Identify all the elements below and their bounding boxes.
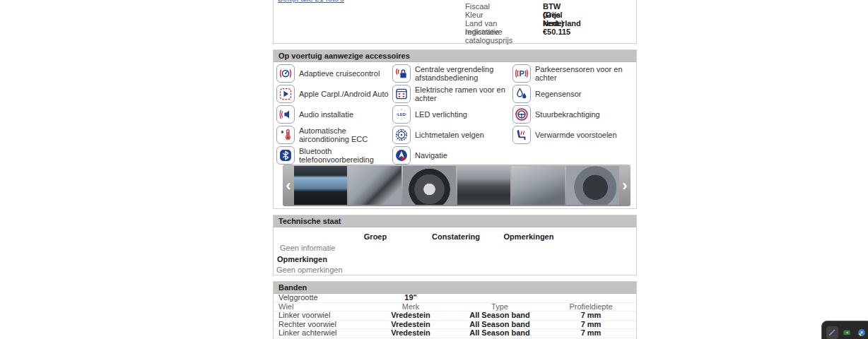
tyres-section: Banden Velggrootte 19" Wiel Merk Type Pr… bbox=[273, 281, 637, 339]
accessory-item: Verwarmde voorstoelen bbox=[512, 124, 633, 145]
technical-state-section: Technische staat Groep Constatering Opme… bbox=[273, 215, 637, 275]
detail-label: Kleur bbox=[465, 11, 483, 19]
vehicle-summary-section: Bekijk alle 21 foto's FiscaalBTW (Geel k… bbox=[273, 0, 637, 44]
tyres-col-wiel: Wiel bbox=[274, 303, 365, 311]
photo-thumbnail-door-panel[interactable] bbox=[512, 166, 565, 205]
accessory-item: Stuurbekrachtiging bbox=[512, 104, 633, 124]
photo-thumbnail-center-console-keys[interactable] bbox=[457, 166, 510, 205]
tyre-brand: Vredestein bbox=[365, 329, 457, 338]
detail-label: Indicatieve catalogusprijs bbox=[465, 28, 512, 44]
accessory-label: Navigatie bbox=[415, 151, 447, 160]
detail-value: €50.115 bbox=[543, 28, 570, 36]
accessory-item: Regensensor bbox=[512, 83, 633, 104]
heated-seats-icon bbox=[512, 126, 531, 144]
accessory-label: Parkeersensoren voor en achter bbox=[535, 65, 632, 82]
column-header-constatering: Constatering bbox=[432, 232, 480, 241]
accessory-item: Lichtmetalen velgen bbox=[392, 124, 512, 145]
photo-thumbnails bbox=[294, 166, 619, 205]
tyres-table: Velggrootte 19" Wiel Merk Type Profieldi… bbox=[274, 294, 636, 339]
alloy-wheels-icon bbox=[392, 126, 411, 144]
tyre-wheel: Rechter voorwiel bbox=[274, 321, 365, 329]
accessories-section-header: Op voertuig aanwezige accessoires bbox=[274, 50, 636, 62]
photo-thumbnail-steering-wheel[interactable] bbox=[566, 166, 619, 205]
tyres-col-merk: Merk bbox=[365, 303, 457, 311]
tyre-depth: 7 mm bbox=[543, 311, 639, 320]
accessory-label: Adaptieve cruisecontrol bbox=[299, 69, 380, 78]
column-header-groep: Groep bbox=[364, 232, 387, 241]
accessory-label: Apple Carpl./Android Auto bbox=[299, 90, 389, 98]
annotation-pen-icon[interactable] bbox=[826, 326, 838, 339]
accessory-item: Navigatie bbox=[392, 145, 512, 165]
tyre-brand: Vredestein bbox=[365, 311, 457, 320]
accessory-label: Automatische airconditioning ECC bbox=[299, 126, 391, 143]
accessory-item: Adaptieve cruisecontrol bbox=[276, 63, 392, 83]
photo-thumbnail-navigation-display[interactable] bbox=[294, 166, 347, 205]
carousel-next-button[interactable]: › bbox=[619, 165, 631, 206]
green-extension-icon[interactable] bbox=[841, 326, 853, 339]
overlay-toolbar bbox=[821, 321, 868, 339]
parking-sensors-icon: P bbox=[512, 64, 531, 83]
tyres-col-type: Type bbox=[457, 303, 543, 311]
rim-size-value: 19" bbox=[365, 294, 457, 302]
tyre-brand: Vredestein bbox=[365, 321, 457, 329]
bluetooth-icon bbox=[276, 146, 295, 165]
power-steering-icon bbox=[512, 105, 531, 124]
accessory-item: PParkeersensoren voor en achter bbox=[512, 63, 633, 83]
led-lighting-icon: LED bbox=[392, 105, 411, 124]
tyre-depth: 7 mm bbox=[543, 329, 639, 338]
view-all-photos-link[interactable]: Bekijk alle 21 foto's bbox=[278, 0, 344, 3]
accessory-item: LEDLED verlichting bbox=[392, 104, 512, 124]
accessory-label: Stuurbekrachtiging bbox=[535, 110, 600, 119]
rain-sensor-icon bbox=[512, 85, 531, 103]
carousel-prev-button[interactable]: ‹ bbox=[283, 165, 294, 206]
accessory-label: Regensensor bbox=[535, 90, 581, 98]
tyres-col-profieldiepte: Profieldiepte bbox=[543, 303, 639, 311]
accessory-label: Bluetooth telefoonvoorbereiding bbox=[299, 147, 391, 164]
accessory-label: Audio installatie bbox=[299, 110, 353, 119]
tyres-header-row: Wiel Merk Type Profieldiepte bbox=[274, 303, 636, 312]
accessory-item: Bluetooth telefoonvoorbereiding bbox=[276, 145, 392, 165]
no-information-text: Geen informatie bbox=[280, 244, 335, 252]
technical-state-header: Technische staat bbox=[274, 215, 636, 227]
tyre-type: All Season band bbox=[457, 321, 543, 329]
detail-label: Fiscaal bbox=[465, 2, 490, 11]
no-remarks-text: Geen opmerkingen bbox=[276, 266, 343, 274]
accessory-label: Elektrische ramen voor en achter bbox=[415, 85, 511, 102]
electric-windows-icon bbox=[392, 85, 411, 103]
accessory-label: Lichtmetalen velgen bbox=[415, 131, 484, 139]
audio-icon bbox=[276, 105, 295, 124]
accessory-item: Automatische airconditioning ECC bbox=[276, 124, 392, 145]
carplay-icon bbox=[276, 85, 295, 103]
accessory-item: Audio installatie bbox=[276, 104, 392, 124]
detail-value: Nederland bbox=[543, 19, 581, 28]
vehicle-detail-page: Bekijk alle 21 foto's FiscaalBTW (Geel k… bbox=[0, 0, 868, 339]
blue-extension-icon[interactable] bbox=[855, 326, 867, 339]
rim-size-label: Velggrootte bbox=[274, 294, 365, 302]
rim-size-row: Velggrootte 19" bbox=[274, 294, 636, 303]
remarks-title: Opmerkingen bbox=[277, 255, 327, 263]
photo-thumbnail-headlight[interactable] bbox=[348, 166, 401, 205]
cruise-control-icon bbox=[276, 64, 295, 83]
accessory-label: LED verlichting bbox=[415, 110, 467, 119]
accessory-label: Verwarmde voorstoelen bbox=[535, 131, 617, 139]
tyre-wheel: Linker achterwiel bbox=[274, 329, 365, 338]
photo-carousel: ‹ › bbox=[283, 165, 631, 206]
photo-thumbnail-alloy-wheel[interactable] bbox=[403, 166, 456, 205]
tyre-depth: 7 mm bbox=[543, 321, 639, 329]
central-locking-icon bbox=[392, 64, 411, 83]
tyre-wheel: Linker voorwiel bbox=[274, 311, 365, 320]
accessories-grid: Adaptieve cruisecontrol Apple Carpl./And… bbox=[276, 63, 635, 165]
svg-text:P: P bbox=[519, 69, 524, 77]
accessory-item: Apple Carpl./Android Auto bbox=[276, 83, 392, 104]
accessory-label: Centrale vergrendeling afstandsbediening bbox=[415, 65, 511, 82]
accessory-item: Elektrische ramen voor en achter bbox=[392, 83, 512, 104]
table-row: Rechter voorwiel Vredestein All Season b… bbox=[274, 321, 636, 330]
climate-control-icon bbox=[276, 126, 295, 144]
accessories-section: Op voertuig aanwezige accessoires Adapti… bbox=[273, 49, 637, 209]
table-row: Linker achterwiel Vredestein All Season … bbox=[274, 329, 636, 338]
tyre-type: All Season band bbox=[457, 329, 543, 338]
column-header-opmerkingen: Opmerkingen bbox=[504, 232, 554, 241]
tyres-section-header: Banden bbox=[274, 282, 636, 294]
table-row: Linker voorwiel Vredestein All Season ba… bbox=[274, 311, 636, 321]
accessory-item: Centrale vergrendeling afstandsbediening bbox=[392, 63, 512, 83]
